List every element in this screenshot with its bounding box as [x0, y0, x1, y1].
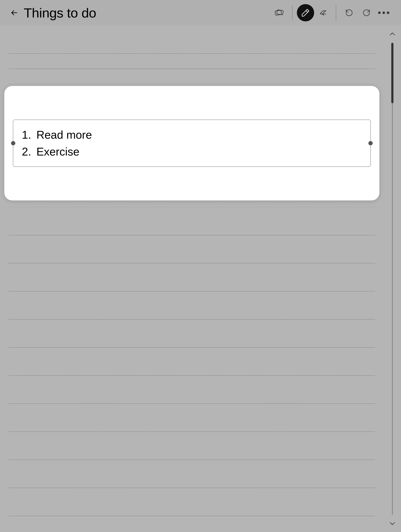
list-item-number-1: 1.	[22, 126, 31, 143]
pen-icon	[300, 7, 311, 18]
separator-1	[292, 5, 293, 20]
scrollbar-thumb[interactable]	[391, 43, 394, 103]
cards-icon	[274, 7, 284, 18]
ruled-line	[9, 375, 375, 376]
svg-point-3	[382, 12, 385, 14]
chevron-up-icon	[388, 30, 396, 38]
cards-tool-button[interactable]	[271, 4, 288, 21]
list-box: 1. Read more 2. Exercise	[13, 120, 371, 167]
page-title: Things to do	[24, 5, 96, 20]
list-item-text-2: Exercise	[36, 143, 79, 160]
sticky-card: 1. Read more 2. Exercise	[4, 86, 379, 200]
scroll-up-button[interactable]	[386, 28, 399, 41]
ruled-line	[9, 516, 375, 516]
redo-icon	[361, 7, 372, 18]
back-arrow-icon	[9, 8, 20, 17]
more-icon	[375, 4, 392, 21]
toolbar	[271, 4, 392, 21]
ruled-line	[9, 54, 375, 54]
ruled-line	[9, 235, 375, 235]
list-handle-left[interactable]	[11, 141, 15, 145]
list-item: 1. Read more	[22, 126, 362, 143]
header: Things to do	[0, 0, 401, 25]
eraser-icon	[318, 7, 328, 18]
ruled-line	[9, 84, 375, 84]
ruled-line	[9, 263, 375, 263]
undo-icon	[344, 7, 354, 18]
notebook-area: 1. Read more 2. Exercise	[0, 25, 401, 532]
header-left: Things to do	[9, 5, 271, 20]
ruled-line	[9, 431, 375, 432]
list-item-number-2: 2.	[22, 143, 31, 160]
pen-tool-button[interactable]	[297, 4, 314, 21]
ruled-line	[9, 207, 375, 207]
ruled-line	[9, 291, 375, 291]
undo-button[interactable]	[341, 4, 358, 21]
list-item: 2. Exercise	[22, 143, 362, 160]
list-handle-right[interactable]	[368, 141, 373, 145]
ruled-line	[9, 488, 375, 488]
scrollbar	[384, 25, 401, 532]
svg-point-4	[387, 12, 389, 14]
ruled-line	[9, 460, 375, 460]
ruled-line	[9, 404, 375, 404]
ruled-line	[9, 319, 375, 319]
scrollbar-rail	[392, 43, 393, 515]
ruled-line	[9, 347, 375, 348]
eraser-tool-button[interactable]	[314, 4, 331, 21]
separator-2	[336, 5, 336, 20]
svg-point-2	[378, 12, 381, 14]
back-button[interactable]	[9, 8, 20, 17]
list-item-text-1: Read more	[36, 126, 92, 143]
chevron-down-icon	[388, 519, 396, 527]
more-options-button[interactable]	[375, 4, 392, 21]
scroll-down-button[interactable]	[386, 517, 399, 530]
redo-button[interactable]	[358, 4, 375, 21]
